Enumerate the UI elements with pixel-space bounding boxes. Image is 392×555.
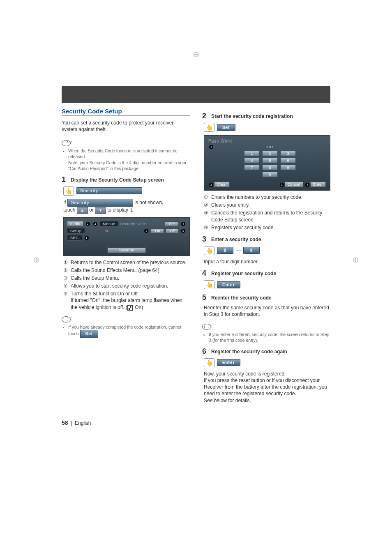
clear-button: Clear — [214, 182, 230, 187]
marker-4: 4 — [181, 222, 185, 226]
footer-sep: | — [71, 420, 72, 426]
section-heading: Security Code Setup — [62, 108, 190, 115]
key-7: 7 — [244, 165, 260, 170]
touch-icon: 👆 — [204, 246, 214, 255]
step-title: Start the security code registration — [211, 112, 293, 120]
down-button: ▼ — [95, 207, 106, 214]
marker-1: 1 — [209, 145, 213, 149]
text: On) — [134, 304, 143, 310]
set-button: Set — [217, 124, 235, 131]
note-text: Note, your Security Code is the 4 digit … — [68, 160, 187, 171]
step5-body: Reenter the same security code as that y… — [204, 304, 330, 318]
step-title: Register your security code — [211, 269, 276, 278]
enter-button: Enter — [217, 281, 240, 288]
set-tab: Set — [165, 221, 179, 226]
text: If — [63, 200, 66, 205]
note-line: If you enter a different security code, … — [209, 332, 330, 343]
touch-icon: 👆 — [204, 123, 214, 132]
step-title: Enter a security code — [211, 235, 261, 244]
note-icon: ⋮⋮⋮ — [202, 324, 211, 330]
step-number: 3 — [202, 235, 211, 244]
step3-body: Input a four-digit number. — [204, 258, 330, 265]
key-3: 3 — [280, 151, 296, 157]
callout-list-2: ①Enters the numbers to your security cod… — [204, 194, 330, 231]
menu-tab: Menue — [100, 221, 119, 227]
security-footer-btn: Security — [107, 247, 146, 253]
note-icon: ⋮⋮⋮ — [62, 316, 71, 322]
set-button-inline: Set — [80, 330, 99, 338]
key-4: 4 — [244, 158, 260, 164]
page-number: 58 — [62, 419, 68, 426]
crop-mark-right: ⊕ — [352, 255, 359, 265]
note-line: If you have already completed the code r… — [68, 324, 190, 338]
text: If turned "On", the burglar alarm lamp f… — [71, 297, 182, 310]
step-title: Register the security code again — [211, 347, 287, 356]
page-footer: 58 | English — [62, 419, 392, 426]
text: touch — [63, 207, 75, 213]
list-item: Turns the SI function On or Off. If turn… — [71, 290, 190, 311]
key-0: 0 — [262, 172, 278, 177]
key-0-button: 0 — [217, 247, 233, 254]
conditional-text: If Security is not shown, touch ▲ or ▼ t… — [63, 199, 190, 214]
setup-screen: Audio 2 3 Menue Security Code Set 4 SetU… — [63, 217, 190, 256]
password-sub: 1st — [214, 145, 326, 149]
list-item: Returns to the Control screen of the pre… — [71, 259, 186, 266]
heading-rule — [62, 115, 190, 116]
step-title: Reenter the security code — [211, 293, 272, 302]
note-line: When the Security Code function is activ… — [68, 148, 190, 171]
list-item: Calls the Sound Effects Menu. (page 64) — [71, 267, 159, 274]
key-8: 8 — [262, 165, 278, 170]
step-number: 5 — [202, 293, 211, 302]
step-title: Display the Security Code Setup screen — [71, 175, 164, 184]
password-screen: Pass Word 1 1st 1 2 3 4 5 6 — [204, 135, 330, 191]
marker-5b: 5 — [181, 229, 185, 233]
step-number: 2 — [202, 112, 211, 120]
sc-label: Security Code — [120, 222, 146, 226]
callout-list-1: ①Returns to the Control screen of the pr… — [63, 259, 190, 311]
si-label: SI — [105, 229, 108, 233]
key-5: 5 — [262, 158, 278, 164]
security-button-display: Security — [76, 187, 142, 194]
header-bar — [62, 86, 330, 103]
list-item: Enters the numbers to your security code… — [211, 194, 302, 200]
key-2: 2 — [262, 151, 278, 157]
setup-tab: SetUp — [67, 228, 85, 234]
list-item: Registers your security code. — [211, 224, 275, 231]
marker-3: 3 — [93, 222, 97, 226]
touch-icon: 👆 — [204, 280, 214, 289]
enter-button: Enter — [217, 359, 240, 366]
password-title: Pass Word — [208, 139, 326, 143]
audio-tab: Audio — [67, 221, 83, 227]
marker-4: 4 — [305, 183, 309, 187]
text: to display it. — [107, 207, 133, 213]
intro-text: You can set a security code to protect y… — [62, 120, 190, 133]
note-text: . — [99, 331, 101, 336]
marker-2: 2 — [86, 222, 90, 226]
dash: — — [236, 248, 241, 253]
key-9-button: 9 — [243, 247, 260, 254]
right-column: 2 Start the security code registration 👆… — [202, 108, 330, 407]
security-label-button: Security — [67, 199, 133, 207]
preset-icon: ▞ — [127, 305, 133, 311]
crop-mark-left: ⊕ — [33, 255, 40, 265]
key-1: 1 — [244, 151, 260, 157]
marker-1: 1 — [85, 236, 89, 240]
cancel-button: Cancel — [285, 182, 303, 187]
text: is not shown, — [134, 200, 163, 205]
list-item: Allows you to start security code regist… — [71, 283, 168, 289]
key-6: 6 — [280, 158, 296, 164]
step6-body: Now, your security code is registered. I… — [204, 371, 330, 404]
on-button: On — [151, 228, 164, 233]
marker-3: 3 — [280, 183, 284, 187]
step-number: 6 — [202, 347, 211, 356]
left-column: Security Code Setup You can set a securi… — [62, 108, 190, 407]
text: or — [89, 207, 94, 213]
step-number: 4 — [202, 269, 211, 278]
text: Turns the SI function On or Off. — [71, 291, 139, 297]
key-9: 9 — [280, 165, 296, 170]
list-item: Clears your entry. — [211, 202, 250, 208]
note-text: When the Security Code function is activ… — [68, 148, 178, 159]
touch-icon: 👆 — [204, 358, 214, 367]
up-button: ▲ — [77, 207, 88, 214]
enter-button: Enter — [310, 182, 326, 187]
